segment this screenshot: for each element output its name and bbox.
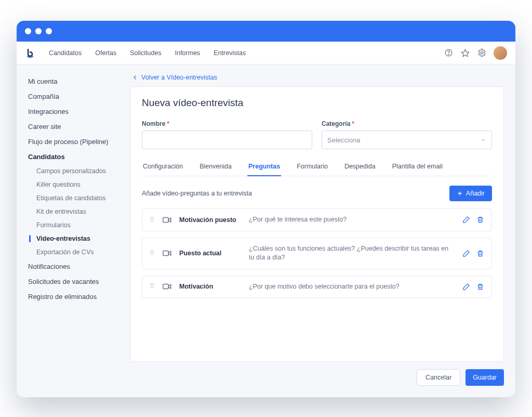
sidebar-registro-eliminados[interactable]: Registro de eliminados	[26, 289, 121, 304]
question-title: Puesto actual	[179, 250, 242, 257]
sidebar-killer-questions[interactable]: Killer questions	[26, 178, 121, 191]
edit-icon[interactable]	[462, 216, 470, 224]
question-row: ⠿Motivación puesto¿Por qué te interesa e…	[142, 208, 492, 231]
question-title: Motivación puesto	[179, 216, 242, 224]
name-input[interactable]	[142, 131, 312, 149]
sidebar-video-entrevistas[interactable]: Video-entrevistas	[26, 232, 121, 245]
sidebar-campos-personalizados[interactable]: Campos personalizados	[26, 164, 121, 178]
tab-despedida[interactable]: Despedida	[343, 158, 377, 176]
svg-rect-6	[163, 284, 169, 289]
save-button[interactable]: Guardar	[466, 369, 504, 386]
tab-plantilla-email[interactable]: Plantilla del email	[391, 158, 444, 176]
svg-point-1	[448, 54, 448, 55]
nav-solicitudes[interactable]: Solicitudes	[130, 49, 161, 57]
back-link-label: Volver a Vídeo-entrevistas	[141, 74, 217, 81]
svg-marker-2	[461, 49, 469, 56]
tabs: Configuración Bienvenida Preguntas Formu…	[142, 158, 492, 176]
section-description: Añade vídeo-preguntas a tu entrevista	[142, 190, 252, 197]
plus-icon	[457, 190, 463, 197]
sidebar-kit-entrevistas[interactable]: Kit de entrevistas	[26, 205, 121, 218]
svg-rect-5	[163, 251, 169, 256]
sidebar-flujo-proceso[interactable]: Flujo de proceso (Pipeline)	[26, 134, 121, 149]
video-icon	[163, 283, 172, 290]
question-text: ¿Por que motivo debo seleccionarte para …	[249, 282, 455, 292]
drag-handle-icon[interactable]: ⠿	[150, 218, 155, 222]
sidebar-solicitudes-vacantes[interactable]: Solicitudes de vacantes	[26, 274, 121, 289]
nav-informes[interactable]: Informes	[175, 49, 201, 57]
svg-point-3	[481, 51, 483, 54]
star-icon[interactable]	[460, 48, 470, 58]
window-dot	[25, 28, 31, 34]
video-icon	[163, 216, 172, 224]
content-card: Nueva vídeo-entrevista Nombre* Categoría…	[130, 86, 504, 362]
window-dot	[46, 28, 52, 34]
tab-bienvenida[interactable]: Bienvenida	[198, 158, 233, 176]
sidebar-etiquetas-candidatos[interactable]: Etiquetas de candidatos	[26, 191, 121, 205]
sidebar-career-site[interactable]: Career site	[26, 119, 121, 134]
app-logo[interactable]	[25, 48, 35, 58]
drag-handle-icon[interactable]: ⠿	[150, 284, 155, 289]
category-placeholder: Selecciona	[327, 136, 361, 144]
nav-ofertas[interactable]: Ofertas	[95, 49, 116, 57]
edit-icon[interactable]	[462, 283, 470, 291]
edit-icon[interactable]	[462, 250, 470, 257]
delete-icon[interactable]	[476, 216, 484, 224]
sidebar-compania[interactable]: Compañía	[26, 89, 121, 104]
tab-formulario[interactable]: Formulario	[296, 158, 329, 176]
gear-icon[interactable]	[477, 48, 486, 58]
name-label: Nombre*	[142, 120, 312, 127]
drag-handle-icon[interactable]: ⠿	[150, 251, 155, 255]
avatar[interactable]	[494, 46, 507, 60]
sidebar-formularios[interactable]: Formularios	[26, 218, 121, 232]
tab-preguntas[interactable]: Preguntas	[247, 158, 281, 176]
category-label: Categoría*	[322, 120, 492, 127]
page-title: Nueva vídeo-entrevista	[142, 97, 492, 109]
question-row: ⠿Motivación¿Por que motivo debo seleccio…	[142, 276, 492, 298]
question-title: Motivación	[179, 283, 242, 290]
svg-rect-4	[163, 217, 169, 222]
add-question-button[interactable]: Añadir	[449, 186, 492, 201]
add-button-label: Añadir	[466, 190, 485, 197]
help-icon[interactable]	[444, 48, 453, 58]
window-titlebar	[17, 21, 515, 42]
delete-icon[interactable]	[476, 250, 484, 257]
sidebar-candidatos[interactable]: Candidatos	[26, 149, 121, 164]
question-text: ¿Cuáles son tus funciones actuales? ¿Pue…	[249, 244, 455, 263]
sidebar-exportacion-cvs[interactable]: Exportación de CVs	[26, 245, 121, 259]
sidebar: Mi cuenta Compañía Integraciones Career …	[17, 64, 126, 397]
delete-icon[interactable]	[476, 283, 484, 291]
window-dot	[35, 28, 42, 34]
arrow-left-icon	[132, 74, 138, 81]
question-text: ¿Por qué te interesa este puesto?	[249, 215, 455, 225]
nav-entrevistas[interactable]: Entrevistas	[214, 49, 246, 57]
nav-candidatos[interactable]: Candidatos	[49, 49, 82, 57]
category-select[interactable]: Selecciona	[322, 131, 492, 149]
tab-configuracion[interactable]: Configuración	[142, 158, 184, 176]
question-row: ⠿Puesto actual¿Cuáles son tus funciones …	[142, 238, 492, 269]
cancel-button[interactable]: Cancelar	[417, 369, 460, 386]
sidebar-mi-cuenta[interactable]: Mi cuenta	[26, 74, 121, 89]
chevron-down-icon	[480, 137, 486, 143]
back-link[interactable]: Volver a Vídeo-entrevistas	[130, 74, 504, 81]
top-nav: Candidatos Ofertas Solicitudes Informes …	[17, 42, 515, 64]
sidebar-notificaciones[interactable]: Notificaciones	[26, 259, 121, 274]
sidebar-integraciones[interactable]: Integraciones	[26, 104, 121, 119]
video-icon	[163, 250, 172, 257]
